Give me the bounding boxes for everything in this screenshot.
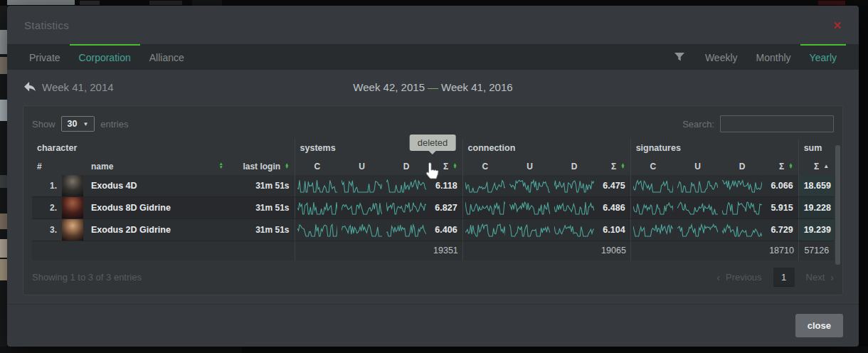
search-control: Search: xyxy=(682,115,834,132)
table-row[interactable]: 3.Exodus 2D Gidrine31m 51s6.4066.1046.72… xyxy=(32,219,834,241)
sort-asc-icon: ▲ xyxy=(823,163,829,169)
column-header-signatures-d[interactable]: D xyxy=(720,157,764,175)
systems-sparkline xyxy=(295,175,339,197)
avatar-cell xyxy=(62,219,86,241)
systems-sparkline xyxy=(339,175,384,197)
previous-week-label: Week 41, 2014 xyxy=(42,81,114,93)
connection-sparkline xyxy=(462,197,507,219)
page-size-select[interactable]: 30 ▼ xyxy=(61,116,95,132)
signatures-sum-value: 6.729 xyxy=(764,219,798,241)
column-header-signatures-sigma[interactable]: Σ▲▼ xyxy=(764,157,798,175)
tab-strip: Private Corporation Alliance Weekly Mont… xyxy=(7,44,859,70)
modal-title: Statistics xyxy=(24,19,69,31)
signatures-sum-value: 6.066 xyxy=(764,175,798,197)
connection-sum-value: 6.486 xyxy=(596,197,630,219)
cursor-pointer xyxy=(424,162,440,184)
connection-sum-value: 6.104 xyxy=(596,219,630,241)
signatures-sparkline xyxy=(720,175,764,197)
column-header-systems-d[interactable]: D xyxy=(384,157,428,175)
sort-icon: ▲▼ xyxy=(219,162,223,169)
connection-sparkline xyxy=(552,197,596,219)
group-header-connection: connection xyxy=(462,139,630,157)
totals-connection: 19065 xyxy=(596,241,630,260)
signatures-sparkline xyxy=(630,175,675,197)
column-header-systems-c[interactable]: C xyxy=(295,157,339,175)
last-login-value: 31m 51s xyxy=(228,175,295,197)
column-header-rank[interactable]: # xyxy=(32,157,62,175)
rank-cell: 2. xyxy=(32,197,62,219)
chevron-down-icon: ▼ xyxy=(83,121,88,127)
column-header-signatures-u[interactable]: U xyxy=(675,157,720,175)
next-page-button[interactable]: Next › xyxy=(806,272,834,283)
character-name: Exodus 8D Gidrine xyxy=(86,197,228,219)
tab-monthly[interactable]: Monthly xyxy=(747,44,800,70)
avatar-cell xyxy=(62,175,86,197)
group-header-sum: sum xyxy=(798,139,834,157)
column-header-connection-c[interactable]: C xyxy=(462,157,507,175)
connection-sum-value: 6.475 xyxy=(596,175,630,197)
totals-spacer xyxy=(462,241,596,260)
table-row[interactable]: 2.Exodus 8D Gidrine31m 51s6.8276.4865.91… xyxy=(32,197,834,219)
column-header-systems-u[interactable]: U xyxy=(339,157,384,175)
page-number-button[interactable]: 1 xyxy=(773,268,795,287)
page-size-control: Show 30 ▼ entries xyxy=(32,116,128,132)
bg-fragment xyxy=(242,347,868,353)
pagination: ‹ Previous 1 Next › xyxy=(716,268,834,287)
table-scrollbar[interactable] xyxy=(835,145,840,265)
column-header-last-login[interactable]: last login▲▼ xyxy=(228,157,295,175)
sort-icon: ▲▼ xyxy=(452,163,457,169)
totals-spacer xyxy=(295,241,428,260)
column-header-signatures-c[interactable]: C xyxy=(630,157,675,175)
character-name: Exodus 4D xyxy=(86,175,228,197)
total-sum-value: 19.228 xyxy=(798,197,834,219)
rank-cell: 3. xyxy=(32,219,62,241)
total-sum-value: 19.239 xyxy=(798,219,834,241)
show-label: Show xyxy=(32,119,55,130)
close-button[interactable]: close xyxy=(795,314,843,337)
bg-fragment xyxy=(0,175,7,188)
range-separator: — xyxy=(425,81,441,93)
column-header-connection-d[interactable]: D xyxy=(552,157,596,175)
filter-icon[interactable] xyxy=(674,44,684,70)
column-header-name-label: name xyxy=(91,162,113,172)
tab-yearly[interactable]: Yearly xyxy=(800,44,846,70)
totals-signatures: 18710 xyxy=(764,241,798,260)
bg-fragment xyxy=(80,1,100,5)
signatures-sparkline xyxy=(720,197,764,219)
close-icon[interactable]: ✕ xyxy=(832,20,842,31)
character-name: Exodus 2D Gidrine xyxy=(86,219,228,241)
avatar xyxy=(62,197,83,218)
chevron-left-icon: ‹ xyxy=(716,272,720,283)
tab-private[interactable]: Private xyxy=(20,44,70,70)
bg-fragment xyxy=(0,57,7,74)
signatures-sparkline xyxy=(630,219,675,241)
totals-spacer xyxy=(630,241,764,260)
avatar xyxy=(62,219,83,241)
tab-alliance[interactable]: Alliance xyxy=(140,44,194,70)
systems-sparkline xyxy=(295,219,339,241)
totals-empty xyxy=(32,241,295,260)
bg-fragment xyxy=(192,0,222,6)
previous-week-button[interactable]: Week 41, 2014 xyxy=(24,81,114,93)
previous-page-button[interactable]: ‹ Previous xyxy=(716,272,761,283)
group-header-signatures: signatures xyxy=(630,139,798,157)
signatures-sparkline xyxy=(675,219,720,241)
column-header-sum-sigma[interactable]: Σ▲ xyxy=(798,157,834,175)
avatar-cell xyxy=(62,197,86,219)
column-header-connection-sigma[interactable]: Σ▲▼ xyxy=(596,157,630,175)
search-input[interactable] xyxy=(720,115,834,132)
tab-weekly[interactable]: Weekly xyxy=(696,44,747,70)
tab-corporation[interactable]: Corporation xyxy=(70,44,140,70)
signatures-sparkline xyxy=(675,175,720,197)
column-header-avatar xyxy=(62,157,86,175)
last-login-value: 31m 51s xyxy=(228,219,295,241)
page-background-top xyxy=(0,0,868,6)
column-header-name[interactable]: name▲▼ xyxy=(86,157,228,175)
totals-sum: 57126 xyxy=(798,241,834,260)
sort-icon: ▲▼ xyxy=(285,163,289,169)
modal-footer: close xyxy=(7,304,859,347)
connection-sparkline xyxy=(507,175,552,197)
column-header-connection-u[interactable]: U xyxy=(507,157,552,175)
connection-sparkline xyxy=(507,219,552,241)
rank-cell: 1. xyxy=(32,175,62,197)
